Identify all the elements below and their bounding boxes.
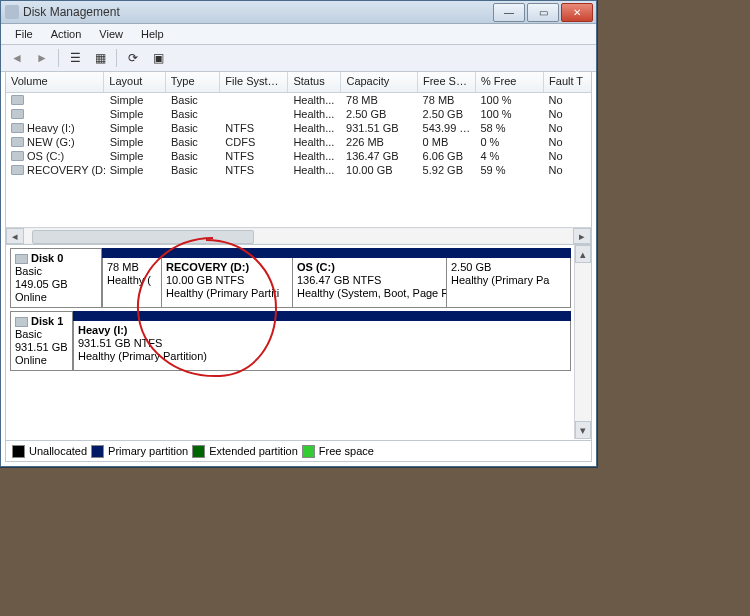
col-layout[interactable]: Layout [104,72,165,92]
menu-action[interactable]: Action [43,26,90,42]
col-pfree[interactable]: % Free [476,72,544,92]
scroll-left-icon[interactable]: ◂ [6,228,24,244]
cell-capacity: 78 MB [341,94,418,106]
col-fault[interactable]: Fault T [544,72,591,92]
disk-size: 931.51 GB [15,341,68,354]
disk-icon [15,254,28,264]
forward-button[interactable]: ► [30,47,54,69]
volume-list-body[interactable]: SimpleBasicHealth...78 MB78 MB100 %NoSim… [6,93,591,227]
partition[interactable]: Heavy (I:)931.51 GB NTFSHealthy (Primary… [73,321,571,371]
cell-status: Health... [288,122,341,134]
window-buttons: — ▭ ✕ [493,3,593,22]
legend-extended: Extended partition [209,445,298,457]
disk-icon [15,317,28,327]
cell-free: 2.50 GB [418,108,476,120]
legend-swatch-primary [91,445,104,458]
volume-row[interactable]: RECOVERY (D:)SimpleBasicNTFSHealth...10.… [6,163,591,177]
col-type[interactable]: Type [166,72,221,92]
volume-row[interactable]: Heavy (I:)SimpleBasicNTFSHealth...931.51… [6,121,591,135]
legend-swatch-extended [192,445,205,458]
partition-color-bar [102,248,571,258]
cell-volume: RECOVERY (D:) [6,164,105,176]
scroll-down-icon[interactable]: ▾ [575,421,591,439]
disk-info[interactable]: Disk 1Basic931.51 GBOnline [10,311,73,371]
drive-icon [11,165,24,175]
cell-type: Basic [166,108,220,120]
partition-size: 931.51 GB NTFS [78,337,162,349]
cell-layout: Simple [105,122,166,134]
cell-fs: NTFS [220,150,288,162]
volume-row[interactable]: NEW (G:)SimpleBasicCDFSHealth...226 MB0 … [6,135,591,149]
cell-fault: No [543,122,591,134]
menu-view[interactable]: View [91,26,131,42]
cell-status: Health... [288,108,341,120]
scroll-up-icon[interactable]: ▴ [575,245,591,263]
legend: Unallocated Primary partition Extended p… [6,440,591,461]
col-fs[interactable]: File System [220,72,288,92]
partition-status: Healthy ( [107,274,151,286]
horizontal-scrollbar[interactable]: ◂ ▸ [6,227,591,244]
properties-button[interactable]: ▣ [146,47,170,69]
volume-row[interactable]: OS (C:)SimpleBasicNTFSHealth...136.47 GB… [6,149,591,163]
partition[interactable]: RECOVERY (D:)10.00 GB NTFSHealthy (Prima… [162,258,293,308]
menu-file[interactable]: File [7,26,41,42]
minimize-button[interactable]: — [493,3,525,22]
cell-status: Health... [288,150,341,162]
menubar: File Action View Help [1,24,596,45]
partition-size: 78 MB [107,261,139,273]
cell-type: Basic [166,94,220,106]
back-button[interactable]: ◄ [5,47,29,69]
maximize-button[interactable]: ▭ [527,3,559,22]
cell-layout: Simple [105,94,166,106]
legend-swatch-free [302,445,315,458]
scroll-track[interactable] [24,229,573,243]
disk-name: Disk 0 [31,252,63,265]
cell-fs: NTFS [220,164,288,176]
partition-title: RECOVERY (D:) [166,261,249,273]
cell-volume [6,109,105,119]
disk-size: 149.05 GB [15,278,97,291]
window-title: Disk Management [23,5,493,19]
col-free[interactable]: Free Spa... [418,72,476,92]
partition[interactable]: OS (C:)136.47 GB NTFSHealthy (System, Bo… [293,258,447,308]
partition[interactable]: 78 MBHealthy ( [102,258,162,308]
disk-type: Basic [15,265,97,278]
scroll-right-icon[interactable]: ▸ [573,228,591,244]
scroll-track[interactable] [575,263,591,421]
cell-volume: OS (C:) [6,150,105,162]
col-volume[interactable]: Volume [6,72,104,92]
cell-type: Basic [166,150,220,162]
hide-actions-button[interactable]: ▦ [88,47,112,69]
content: Volume Layout Type File System Status Ca… [5,71,592,462]
titlebar: Disk Management — ▭ ✕ [1,1,596,24]
close-button[interactable]: ✕ [561,3,593,22]
partition-status: Healthy (System, Boot, Page Fil [297,287,447,299]
refresh-button[interactable]: ⟳ [121,47,145,69]
toolbar: ◄ ► ☰ ▦ ⟳ ▣ [1,45,596,72]
partition[interactable]: 2.50 GBHealthy (Primary Pa [447,258,571,308]
cell-capacity: 931.51 GB [341,122,418,134]
col-capacity[interactable]: Capacity [341,72,418,92]
drive-icon [11,151,24,161]
show-console-tree-button[interactable]: ☰ [63,47,87,69]
partition-color-bar [73,311,571,321]
cell-status: Health... [288,136,341,148]
menu-help[interactable]: Help [133,26,172,42]
legend-unallocated: Unallocated [29,445,87,457]
separator [58,49,59,67]
disk-map: Disk 0Basic149.05 GBOnline78 MBHealthy (… [6,245,591,461]
cell-volume: NEW (G:) [6,136,105,148]
volume-row[interactable]: SimpleBasicHealth...78 MB78 MB100 %No [6,93,591,107]
volume-row[interactable]: SimpleBasicHealth...2.50 GB2.50 GB100 %N… [6,107,591,121]
disk-status: Online [15,291,97,304]
drive-icon [11,137,24,147]
volume-list: Volume Layout Type File System Status Ca… [6,72,591,245]
disk-info[interactable]: Disk 0Basic149.05 GBOnline [10,248,102,308]
scroll-thumb[interactable] [32,230,254,244]
cell-fault: No [543,94,591,106]
cell-free: 78 MB [418,94,476,106]
partition-title: Heavy (I:) [78,324,128,336]
cell-type: Basic [166,122,220,134]
vertical-scrollbar[interactable]: ▴ ▾ [574,245,591,439]
col-status[interactable]: Status [288,72,341,92]
